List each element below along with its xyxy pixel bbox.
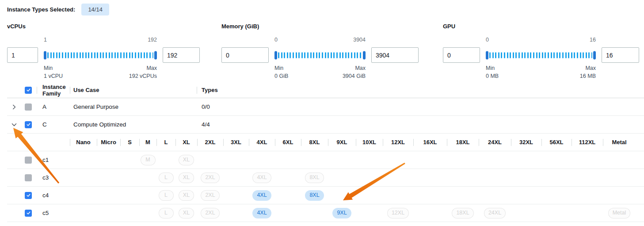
size-col-18XL: 18XL [447, 134, 479, 151]
size-col-10XL: 10XL [356, 134, 383, 151]
size-pill-c1-XL[interactable]: XL [179, 155, 194, 165]
slider-max-handle[interactable] [363, 51, 366, 59]
checkbox-family-A[interactable] [25, 103, 32, 111]
vcpus-slider-max-label: 192 [148, 37, 157, 43]
slider-track[interactable] [486, 51, 596, 59]
size-pill-c5-9XL[interactable]: 9XL [332, 208, 351, 218]
gpu-slider-max-label: 16 [590, 37, 596, 43]
gpu-max-input[interactable] [602, 47, 639, 63]
size-col-4XL: 4XL [249, 134, 275, 151]
size-column-label: Nano [76, 139, 91, 146]
use-case: Compute Optimized [70, 121, 197, 128]
size-pill-c5-24XL[interactable]: 24XL [484, 208, 506, 218]
size-column-label: 9XL [337, 139, 347, 146]
slider-track[interactable] [274, 51, 366, 59]
size-pill-c4-8XL[interactable]: 8XL [305, 190, 324, 201]
table-header-row: Instance Family Use Case Types [7, 82, 644, 98]
instance-row-c1: c1MXL [7, 151, 644, 169]
types-count: 0/0 [197, 103, 644, 110]
memory-min-input[interactable] [221, 47, 269, 63]
size-column-label: 6XL [283, 139, 293, 146]
size-pill-c5-18XL[interactable]: 18XL [452, 208, 473, 218]
use-case: General Purpose [70, 103, 197, 110]
size-column-label: 10XL [362, 139, 376, 146]
size-pill-c4-XL[interactable]: XL [179, 190, 194, 201]
size-col-8XL: 8XL [301, 134, 328, 151]
size-column-label: 12XL [391, 139, 405, 146]
size-pill-c5-4XL[interactable]: 4XL [252, 208, 271, 218]
memory-range-slider[interactable]: 0 3904 Min 0 GiB Max 3904 GiB [274, 47, 366, 63]
checkbox-instance-c4[interactable] [25, 192, 32, 199]
size-column-label: Metal [612, 139, 626, 146]
size-col-Metal: Metal [603, 134, 636, 151]
size-column-label: M [145, 139, 150, 146]
size-pill-c3-4XL[interactable]: 4XL [252, 172, 271, 183]
size-col-16XL: 16XL [413, 134, 447, 151]
checkbox-family-C[interactable] [25, 121, 32, 128]
size-pill-c4-2XL[interactable]: 2XL [201, 190, 219, 201]
selected-count-badge: 14/14 [81, 4, 109, 15]
slider-min-handle[interactable] [486, 51, 488, 59]
instance-row-c4: c4LXL2XL4XL8XL [7, 187, 644, 204]
vcpus-title: vCPUs [7, 23, 200, 30]
size-col-12XL: 12XL [383, 134, 413, 151]
vcpus-max-caption: Max [129, 64, 157, 72]
table-body: AGeneral Purpose0/0CCompute Optimized4/4… [7, 98, 644, 222]
instance-family-table: Instance Family Use Case Types AGeneral … [7, 82, 644, 222]
gpu-min-value: 0 MB [486, 72, 499, 80]
size-column-label: 32XL [519, 139, 533, 146]
size-pill-c3-2XL[interactable]: 2XL [201, 172, 219, 183]
size-pill-c3-L[interactable]: L [159, 172, 174, 183]
size-column-label: 112XL [579, 139, 596, 146]
gpu-range-slider[interactable]: 0 16 Min 0 MB Max 16 MB [486, 47, 596, 63]
size-pill-c5-L[interactable]: L [159, 208, 174, 218]
memory-max-input[interactable] [371, 47, 419, 63]
vcpus-slider-min-label: 1 [44, 37, 47, 43]
family-name: A [35, 103, 70, 110]
instance-name: c4 [35, 192, 70, 199]
memory-title: Memory (GiB) [221, 23, 419, 30]
vcpus-range-slider[interactable]: 1 192 Min 1 vCPU Max 192 vCPUs [44, 47, 157, 63]
size-pill-c5-2XL[interactable]: 2XL [201, 208, 219, 218]
memory-filter: Memory (GiB) 0 3904 Min 0 GiB [221, 23, 419, 63]
checkbox-instance-c3[interactable] [25, 174, 32, 181]
size-pill-c3-8XL[interactable]: 8XL [305, 172, 324, 183]
instance-name: c3 [35, 174, 70, 181]
slider-track[interactable] [44, 51, 157, 59]
size-column-label: XL [183, 139, 190, 146]
vcpus-max-input[interactable] [163, 47, 200, 63]
chevron-right-icon[interactable] [10, 103, 18, 111]
size-column-label: 18XL [456, 139, 469, 146]
gpu-slider-min-label: 0 [486, 37, 489, 43]
size-col-L: L [156, 134, 175, 151]
slider-min-handle[interactable] [44, 51, 46, 59]
size-col-112XL: 112XL [572, 134, 603, 151]
size-pill-c4-L[interactable]: L [159, 190, 174, 201]
gpu-filter: GPU 0 16 Min 0 MB [443, 23, 639, 63]
vcpus-min-input[interactable] [7, 47, 38, 63]
size-pill-c5-XL[interactable]: XL [179, 208, 194, 218]
size-column-label: S [128, 139, 132, 146]
size-pill-c5-Metal[interactable]: Metal [608, 208, 631, 218]
size-col-6XL: 6XL [275, 134, 301, 151]
gpu-max-caption: Max [580, 64, 596, 72]
size-pill-c3-XL[interactable]: XL [179, 172, 194, 183]
size-col-3XL: 3XL [223, 134, 249, 151]
checkbox-instance-c1[interactable] [25, 157, 32, 164]
family-name: C [35, 121, 70, 128]
chevron-down-icon[interactable] [10, 121, 18, 129]
size-column-label: 24XL [488, 139, 502, 146]
gpu-min-input[interactable] [443, 47, 480, 63]
select-all-checkbox[interactable] [25, 87, 32, 94]
memory-max-caption: Max [343, 64, 366, 72]
slider-max-handle[interactable] [154, 51, 157, 59]
checkbox-instance-c5[interactable] [25, 210, 32, 217]
size-pill-c4-4XL[interactable]: 4XL [252, 190, 271, 201]
column-header-types: Types [197, 87, 644, 93]
slider-ticks [47, 52, 153, 58]
size-pill-c5-12XL[interactable]: 12XL [387, 208, 409, 218]
memory-slider-max-label: 3904 [353, 37, 366, 43]
slider-min-handle[interactable] [274, 51, 277, 59]
slider-max-handle[interactable] [593, 51, 596, 59]
size-pill-c1-M[interactable]: M [141, 155, 156, 165]
